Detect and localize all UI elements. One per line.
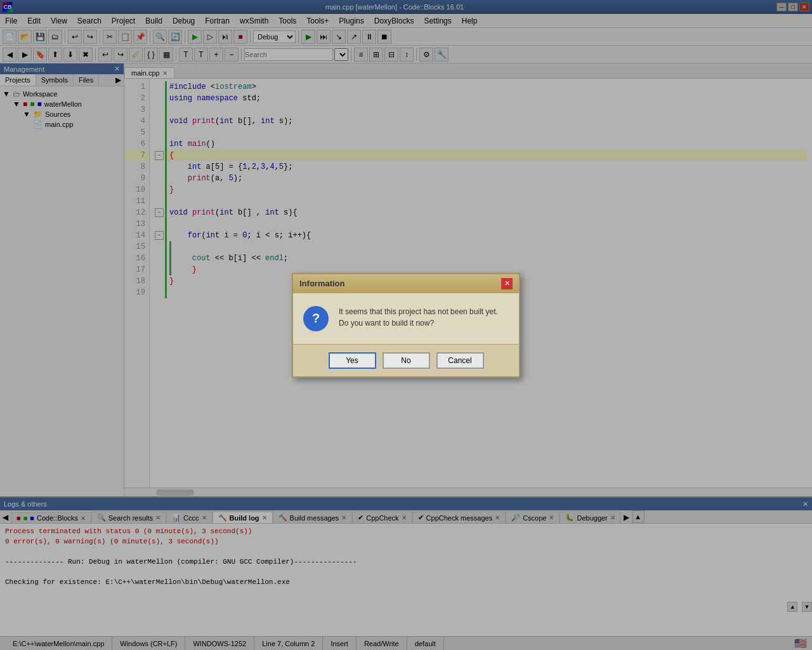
dialog-buttons: Yes No Cancel xyxy=(293,344,519,376)
dialog-cancel-button[interactable]: Cancel xyxy=(436,352,484,369)
dialog-message: It seems that this project has not been … xyxy=(339,306,498,329)
dialog-body: ? It seems that this project has not bee… xyxy=(293,293,519,344)
dialog-title: Information ✕ xyxy=(293,274,519,293)
dialog-info-icon: ? xyxy=(303,306,329,331)
dialog-yes-button[interactable]: Yes xyxy=(329,352,376,369)
information-dialog: Information ✕ ? It seems that this proje… xyxy=(292,273,520,378)
dialog-line2: Do you want to build it now? xyxy=(339,317,498,329)
dialog-no-button[interactable]: No xyxy=(383,352,430,369)
dialog-overlay: Information ✕ ? It seems that this proje… xyxy=(0,0,812,650)
dialog-title-text: Information xyxy=(299,279,345,288)
dialog-line1: It seems that this project has not been … xyxy=(339,306,498,317)
dialog-close-button[interactable]: ✕ xyxy=(501,278,513,289)
